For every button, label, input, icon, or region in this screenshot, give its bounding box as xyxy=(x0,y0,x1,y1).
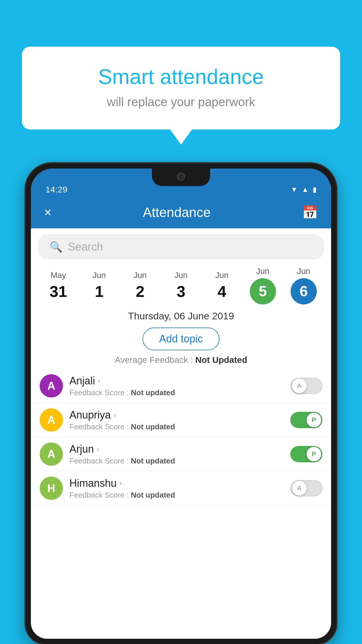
student-list: AAnjali ›Feedback Score : Not updatedAAA… xyxy=(31,369,331,639)
cal-month-5: Jun xyxy=(256,267,269,276)
feedback-score-0: Feedback Score : Not updated xyxy=(69,388,284,397)
toggle-wrap-1[interactable]: P xyxy=(290,412,322,428)
cal-month-1: Jun xyxy=(93,271,106,280)
calendar-day-6[interactable]: Jun6 xyxy=(286,267,321,304)
cal-day-4: 4 xyxy=(217,282,226,300)
toggle-1[interactable]: P xyxy=(290,412,322,428)
app-bar-title: Attendance xyxy=(143,204,211,220)
add-topic-container: Add topic xyxy=(31,325,331,355)
battery-icon: ▮ xyxy=(313,186,317,194)
phone-camera xyxy=(177,173,185,181)
chevron-icon: › xyxy=(97,445,99,453)
student-info-0: Anjali ›Feedback Score : Not updated xyxy=(69,375,284,397)
cal-day-circle-6: 6 xyxy=(291,278,317,304)
toggle-2[interactable]: P xyxy=(290,446,322,462)
student-item-1[interactable]: AAnupriya ›Feedback Score : Not updatedP xyxy=(31,403,331,437)
add-topic-button[interactable]: Add topic xyxy=(143,328,219,350)
toggle-thumb-3: A xyxy=(292,481,307,496)
avg-feedback-value: Not Updated xyxy=(195,355,247,365)
chevron-icon: › xyxy=(98,377,100,385)
student-name-1: Anupriya › xyxy=(69,409,284,421)
date-info: Thursday, 06 June 2019 xyxy=(31,306,331,325)
wifi-icon: ▼ xyxy=(291,186,298,194)
cal-month-0: May xyxy=(51,271,66,280)
chevron-icon: › xyxy=(120,479,122,487)
speech-bubble: Smart attendance will replace your paper… xyxy=(22,47,340,130)
avatar-2: A xyxy=(40,442,63,466)
close-icon[interactable]: × xyxy=(44,205,52,220)
cal-day-3: 3 xyxy=(177,282,185,300)
cal-day-2: 2 xyxy=(136,282,145,300)
search-placeholder: Search xyxy=(68,241,103,253)
chevron-icon: › xyxy=(114,411,116,419)
search-bar[interactable]: 🔍 Search xyxy=(38,234,324,260)
calendar-strip: May31Jun1Jun2Jun3Jun4Jun5Jun6 xyxy=(31,264,331,306)
feedback-score-3: Feedback Score : Not updated xyxy=(69,491,284,500)
student-item-3[interactable]: HHimanshu ›Feedback Score : Not updatedA xyxy=(31,471,331,505)
toggle-0[interactable]: A xyxy=(290,378,322,394)
phone-screen: 14:29 ▼ ▲ ▮ × Attendance 📅 🔍 Search May3… xyxy=(31,169,331,639)
toggle-wrap-0[interactable]: A xyxy=(290,378,322,394)
toggle-thumb-0: A xyxy=(292,379,307,393)
feedback-score-2: Feedback Score : Not updated xyxy=(69,456,284,466)
status-time: 14:29 xyxy=(45,185,67,195)
app-bar: × Attendance 📅 xyxy=(31,199,331,228)
search-icon: 🔍 xyxy=(50,241,63,253)
selected-date-label: Thursday, 06 June 2019 xyxy=(128,310,234,321)
toggle-thumb-1: P xyxy=(307,413,321,427)
cal-month-3: Jun xyxy=(174,271,187,280)
student-info-1: Anupriya ›Feedback Score : Not updated xyxy=(69,409,284,431)
calendar-icon[interactable]: 📅 xyxy=(302,205,318,220)
calendar-day-3[interactable]: Jun3 xyxy=(164,271,198,300)
avg-feedback: Average Feedback : Not Updated xyxy=(31,355,331,369)
calendar-day-5[interactable]: Jun5 xyxy=(245,267,280,304)
student-name-2: Arjun › xyxy=(69,443,284,455)
cal-day-1: 1 xyxy=(95,282,103,300)
avatar-0: A xyxy=(40,374,63,398)
toggle-3[interactable]: A xyxy=(290,480,322,496)
content-area: 🔍 Search May31Jun1Jun2Jun3Jun4Jun5Jun6 T… xyxy=(31,228,331,639)
toggle-thumb-2: P xyxy=(307,447,321,461)
bubble-subtitle: will replace your paperwork xyxy=(45,95,317,109)
cal-month-2: Jun xyxy=(133,271,147,280)
feedback-score-1: Feedback Score : Not updated xyxy=(69,422,284,431)
student-name-3: Himanshu › xyxy=(69,477,284,489)
cal-day-0: 31 xyxy=(50,282,67,300)
bubble-title: Smart attendance xyxy=(45,64,317,89)
student-info-3: Himanshu ›Feedback Score : Not updated xyxy=(69,477,284,500)
cal-month-6: Jun xyxy=(297,267,310,276)
calendar-day-1[interactable]: Jun1 xyxy=(82,271,117,300)
avg-feedback-label: Average Feedback : xyxy=(115,355,195,365)
student-info-2: Arjun ›Feedback Score : Not updated xyxy=(69,443,284,466)
avatar-1: A xyxy=(40,408,63,432)
calendar-day-4[interactable]: Jun4 xyxy=(204,271,239,300)
student-name-0: Anjali › xyxy=(69,375,284,387)
avatar-3: H xyxy=(40,477,63,500)
cal-month-4: Jun xyxy=(215,271,229,280)
student-item-0[interactable]: AAnjali ›Feedback Score : Not updatedA xyxy=(31,369,331,403)
phone-frame: 14:29 ▼ ▲ ▮ × Attendance 📅 🔍 Search May3… xyxy=(26,163,336,644)
signal-icon: ▲ xyxy=(302,186,309,194)
student-item-2[interactable]: AArjun ›Feedback Score : Not updatedP xyxy=(31,437,331,471)
cal-day-circle-5: 5 xyxy=(250,278,276,304)
toggle-wrap-3[interactable]: A xyxy=(290,480,322,496)
status-icons: ▼ ▲ ▮ xyxy=(291,186,317,194)
toggle-wrap-2[interactable]: P xyxy=(290,446,322,462)
calendar-day-2[interactable]: Jun2 xyxy=(123,271,158,300)
speech-bubble-wrapper: Smart attendance will replace your paper… xyxy=(22,47,340,130)
calendar-day-0[interactable]: May31 xyxy=(41,271,76,300)
